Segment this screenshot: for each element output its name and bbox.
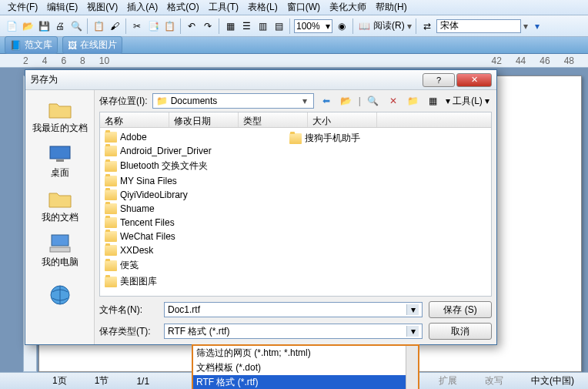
print-icon[interactable]: 🖨 <box>53 19 67 33</box>
filename-input[interactable]: Doc1.rtf▾ <box>164 302 423 317</box>
copy-icon[interactable]: 📑 <box>146 19 160 33</box>
folder-item[interactable]: WeChat Files <box>103 230 288 243</box>
brush-icon[interactable]: 🖌 <box>108 19 122 33</box>
menu-view[interactable]: 视图(V) <box>82 1 122 14</box>
location-combo[interactable]: 📁 Documents ▾ <box>152 93 314 109</box>
menu-tools[interactable]: 工具(T) <box>204 1 243 14</box>
font-combo[interactable]: 宋体 <box>436 19 521 33</box>
dropdown-option[interactable]: 文档模板 (*.dot) <box>193 360 418 375</box>
horizontal-ruler: 2 4 6 8 10 42 44 46 48 <box>0 54 588 68</box>
svg-rect-2 <box>52 235 68 246</box>
wenku-button[interactable]: 📘范文库 <box>5 36 58 54</box>
dialog-main: 保存位置(I): 📁 Documents ▾ ⬅ 📂 | 🔍 ✕ 📁 ▦ ▾ 工… <box>95 90 496 344</box>
menu-edit[interactable]: 编辑(E) <box>42 1 82 14</box>
paste-icon[interactable]: 📋 <box>92 19 105 33</box>
menu-insert[interactable]: 插入(A) <box>122 1 162 14</box>
delete-icon[interactable]: ✕ <box>386 93 401 109</box>
dialog-titlebar[interactable]: 另存为 ? ✕ <box>25 70 496 90</box>
columns-icon[interactable]: ▥ <box>256 19 269 33</box>
menu-help[interactable]: 帮助(H) <box>371 1 412 14</box>
folder-item[interactable]: Tencent Files <box>103 216 288 229</box>
place-network[interactable] <box>29 273 91 317</box>
folder-icon <box>48 188 72 210</box>
ruler-tick: 2 <box>23 55 28 66</box>
outline-icon[interactable]: ☰ <box>239 19 253 33</box>
back-icon[interactable]: ⬅ <box>319 93 334 109</box>
filetype-label: 保存类型(T): <box>99 325 158 338</box>
menu-beautify[interactable]: 美化大师 <box>325 1 371 14</box>
back-icon[interactable]: ◉ <box>335 19 349 33</box>
new-icon[interactable]: 📄 <box>5 19 18 33</box>
status-language: 中文(中国) <box>525 374 580 387</box>
separator <box>289 18 290 34</box>
folder-item[interactable]: QiyiVideoLibrary <box>103 189 288 201</box>
folder-item[interactable]: 便笺 <box>103 258 288 273</box>
switch-icon[interactable]: ⇄ <box>420 19 434 33</box>
save-button[interactable]: 保存 (S) <box>429 301 492 318</box>
place-label: 我的电脑 <box>42 256 79 269</box>
save-icon[interactable]: 💾 <box>37 19 51 33</box>
up-icon[interactable]: 📂 <box>339 93 354 109</box>
help-button[interactable]: ? <box>423 73 455 87</box>
folder-item[interactable]: Android_Driver_Driver <box>103 145 288 157</box>
folder-name: 美图图库 <box>120 275 157 288</box>
close-button[interactable]: ✕ <box>456 73 492 87</box>
place-desktop[interactable]: 桌面 <box>29 139 91 183</box>
folder-item[interactable]: Adobe <box>103 131 288 143</box>
col-name[interactable]: 名称 <box>100 112 169 127</box>
folder-item[interactable]: 美图图库 <box>103 274 288 289</box>
preview-icon[interactable]: 🔍 <box>69 19 83 33</box>
chevron-down-icon: ▾ <box>406 304 419 315</box>
book-icon[interactable]: 📖 <box>357 19 371 33</box>
menu-format[interactable]: 格式(O) <box>162 1 203 14</box>
cut-icon[interactable]: ✂ <box>130 19 144 33</box>
file-list[interactable]: 名称 修改日期 类型 大小 AdobeAndroid_Driver_Driver… <box>99 112 492 297</box>
filetype-dropdown[interactable]: 筛选过的网页 (*.htm; *.html)文档模板 (*.dot)RTF 格式… <box>192 344 419 389</box>
status-page: 1页 <box>46 374 73 387</box>
status-overwrite: 改写 <box>479 374 509 387</box>
folder-item[interactable]: Shuame <box>103 203 288 215</box>
dropdown-option[interactable]: RTF 格式 (*.rtf) <box>193 375 418 389</box>
place-recent[interactable]: 我最近的文档 <box>29 95 91 138</box>
ruler-tick: 10 <box>99 55 109 66</box>
dialog-title: 另存为 <box>30 73 421 86</box>
place-mycomputer[interactable]: 我的电脑 <box>29 229 91 272</box>
folder-item[interactable]: 搜狗手机助手 <box>288 131 473 146</box>
zoom-combo[interactable]: 100%▾ <box>294 19 332 33</box>
filetype-combo[interactable]: RTF 格式 (*.rtf)▾ <box>164 324 423 339</box>
svg-rect-1 <box>56 159 64 162</box>
more-icon[interactable]: ▾ <box>530 19 544 33</box>
online-image-button[interactable]: 🖼在线图片 <box>62 36 122 54</box>
folder-item[interactable]: XXDesk <box>103 244 288 257</box>
folder-item[interactable]: MY Sina Files <box>103 175 288 187</box>
col-modified[interactable]: 修改日期 <box>169 112 239 127</box>
secondary-bar: 📘范文库 🖼在线图片 <box>0 37 588 54</box>
paste2-icon[interactable]: 📋 <box>162 19 176 33</box>
views-icon[interactable]: ▦ <box>426 93 441 109</box>
menu-window[interactable]: 窗口(W) <box>282 1 325 14</box>
folder-name: WeChat Files <box>120 231 175 242</box>
col-size[interactable]: 大小 <box>308 112 377 127</box>
table-icon[interactable]: ▦ <box>223 19 237 33</box>
redo-icon[interactable]: ↷ <box>201 19 215 33</box>
read-button[interactable]: 阅读(R) <box>373 19 405 32</box>
newfolder-icon[interactable]: 📁 <box>406 93 421 109</box>
place-label: 桌面 <box>51 166 69 179</box>
undo-icon[interactable]: ↶ <box>185 19 199 33</box>
open-icon[interactable]: 📂 <box>21 19 35 33</box>
menu-table[interactable]: 表格(L) <box>243 1 282 14</box>
cancel-button[interactable]: 取消 <box>429 323 492 340</box>
col-type[interactable]: 类型 <box>239 112 308 127</box>
grid-icon[interactable]: ▤ <box>272 19 286 33</box>
folder-icon <box>105 245 117 256</box>
place-mydocs[interactable]: 我的文档 <box>29 184 91 227</box>
dropdown-option[interactable]: 筛选过的网页 (*.htm; *.html) <box>193 346 418 360</box>
folder-name: Shuame <box>120 203 155 214</box>
search-icon[interactable]: 🔍 <box>366 93 381 109</box>
tools-menu[interactable]: ▾ 工具(L) ▾ <box>446 95 489 108</box>
menu-file[interactable]: 文件(F) <box>3 1 42 14</box>
scrollbar[interactable] <box>406 346 418 389</box>
folder-item[interactable]: Bluetooth 交换文件夹 <box>103 159 288 173</box>
place-label: 我的文档 <box>42 211 79 224</box>
folder-icon <box>105 277 117 287</box>
